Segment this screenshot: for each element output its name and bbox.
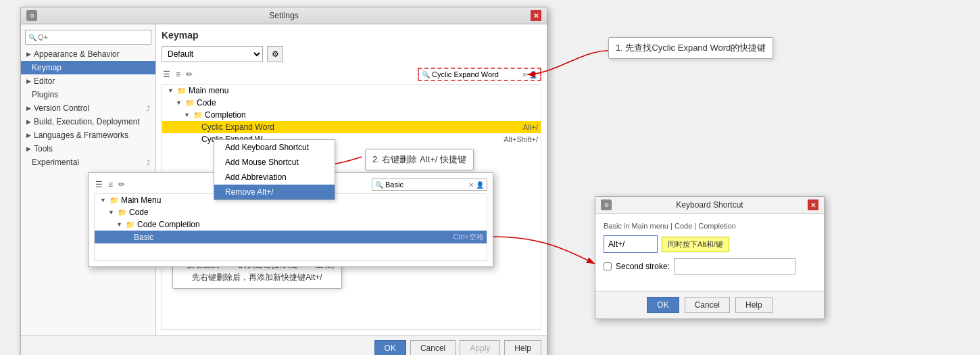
keymap-gear-button[interactable]: ⚙ — [267, 46, 283, 62]
keyboard-ok-button[interactable]: OK — [647, 297, 679, 313]
panel2-folder-main-menu: 📁 — [109, 196, 119, 205]
sidebar-search-icon: 🔍 — [28, 34, 36, 41]
tree-label-main-menu: Main menu — [189, 86, 538, 95]
panel2-clear-icon[interactable]: ✕ — [468, 181, 474, 189]
callout-2: 2. 右键删除 Alt+/ 快捷键 — [365, 149, 474, 170]
tree-label-cyclic-expand: Cyclic Expand Word — [201, 122, 523, 132]
arrow-right-icon-tools: ▶ — [26, 145, 31, 152]
second-stroke-input[interactable] — [674, 258, 795, 275]
sidebar-item-build[interactable]: ▶ Build, Execution, Deployment — [21, 115, 155, 128]
sidebar-item-version-control[interactable]: ▶ Version Control ⤴ — [21, 101, 155, 115]
panel2-tree: ▼ 📁 Main Menu ▼ 📁 Code ▼ 📁 Code Completi… — [94, 193, 487, 261]
yellow-note: 同时按下Alt和/键 — [662, 237, 729, 252]
shortcut-input-field[interactable] — [604, 235, 658, 253]
arrow-right-icon-vc: ▶ — [26, 105, 31, 112]
second-stroke-row: Second stroke: — [604, 258, 816, 275]
shortcut-input-row: 同时按下Alt和/键 — [604, 235, 816, 253]
context-menu: Add Keyboard Shortcut Add Mouse Shortcut… — [214, 139, 335, 200]
sidebar-item-keymap[interactable]: Keymap — [21, 61, 155, 74]
panel2-arrow-basic — [124, 234, 132, 241]
keymap-toolbar: ☰ ≡ ✏ 🔍 ✕ 👤 — [162, 68, 541, 81]
sidebar-item-experimental[interactable]: Experimental ⤴ — [21, 156, 155, 169]
context-add-keyboard[interactable]: Add Keyboard Shortcut — [214, 140, 335, 155]
keymap-header: Default ⚙ — [162, 46, 541, 62]
panel2-expand-button[interactable]: ☰ — [94, 179, 104, 191]
keymap-search-icon: 🔍 — [422, 71, 430, 78]
expand-all-button[interactable]: ☰ — [162, 68, 172, 80]
keyboard-bottom-bar: OK Cancel Help — [595, 291, 824, 318]
second-stroke-label: Second stroke: — [616, 262, 670, 271]
tree-item-code[interactable]: ▼ 📁 Code — [162, 97, 541, 109]
tree-arrow-completion: ▼ — [184, 112, 192, 118]
sidebar-item-plugins[interactable]: Plugins — [21, 88, 155, 101]
external-icon-vc: ⤴ — [147, 105, 150, 112]
panel2-search-area: 🔍 ✕ 👤 — [372, 179, 487, 191]
panel2-label-completion: Code Completion — [137, 220, 484, 229]
context-add-abbreviation[interactable]: Add Abbreviation — [214, 170, 335, 185]
tree-item-cyclic-expand[interactable]: Cyclic Expand Word Alt+/ — [162, 121, 541, 133]
folder-icon-main-menu: 📁 — [177, 87, 187, 95]
panel2-tree-item-completion[interactable]: ▼ 📁 Code Completion — [95, 218, 487, 231]
settings-bottom-bar: OK Cancel Apply Help — [21, 335, 547, 355]
shortcut-cyclic-expand: Alt+/ — [523, 123, 538, 131]
arrow-right-icon-editor: ▶ — [26, 78, 31, 85]
arrow-right-icon-lang: ▶ — [26, 132, 31, 139]
cancel-button[interactable]: Cancel — [410, 340, 456, 355]
sidebar-search-input[interactable] — [38, 33, 148, 41]
folder-icon-completion: 📁 — [193, 111, 203, 120]
sidebar-item-appearance[interactable]: ▶ Appearance & Behavior — [21, 47, 155, 61]
help-button[interactable]: Help — [504, 340, 541, 355]
external-icon-exp: ⤴ — [147, 159, 150, 166]
context-add-mouse[interactable]: Add Mouse Shortcut — [214, 155, 335, 170]
folder-icon-code: 📁 — [185, 99, 195, 108]
panel2-folder-code: 📁 — [118, 208, 127, 217]
keymap-select[interactable]: Default — [162, 46, 263, 62]
panel2-search-box[interactable]: 🔍 ✕ 👤 — [372, 179, 487, 191]
panel2-arrow-code: ▼ — [108, 209, 116, 216]
tree-label-completion: Completion — [205, 110, 538, 120]
keyboard-cancel-button[interactable]: Cancel — [685, 297, 730, 313]
sidebar-item-languages[interactable]: ▶ Languages & Frameworks — [21, 128, 155, 142]
panel2-search-icon: 🔍 — [375, 181, 383, 189]
panel2-search-input[interactable] — [385, 181, 466, 189]
search-options-icon[interactable]: 👤 — [529, 71, 537, 78]
panel2-arrow-main-menu: ▼ — [100, 197, 108, 204]
keymap-search-input[interactable] — [432, 70, 520, 78]
apply-button[interactable]: Apply — [460, 340, 500, 355]
tree-arrow-main-menu: ▼ — [168, 87, 176, 94]
clear-search-icon[interactable]: ✕ — [522, 71, 527, 78]
keyboard-shortcut-dialog: ⚙ Keyboard Shortcut ✕ Basic in Main menu… — [595, 196, 825, 319]
sidebar-search-box[interactable]: 🔍 — [25, 30, 151, 45]
shortcut-cyclic-expand2: Alt+Shift+/ — [504, 135, 538, 143]
tree-item-main-menu[interactable]: ▼ 📁 Main menu — [162, 85, 541, 97]
tree-label-code: Code — [197, 98, 538, 108]
panel2-tree-item-basic[interactable]: Basic Ctrl+空格 — [95, 231, 487, 243]
panel2-tree-item-code[interactable]: ▼ 📁 Code — [95, 206, 487, 218]
keyboard-dialog-close[interactable]: ✕ — [808, 199, 818, 210]
callout-1: 1. 先查找Cyclic Expand Word的快捷键 — [608, 37, 773, 59]
keyboard-help-button[interactable]: Help — [735, 297, 773, 313]
panel2-collapse-button[interactable]: ≡ — [107, 179, 114, 191]
keyboard-dialog-icon: ⚙ — [601, 199, 612, 210]
panel2-shortcut-basic: Ctrl+空格 — [453, 232, 484, 242]
keymap-section-title: Keymap — [162, 30, 541, 41]
context-remove-alt[interactable]: Remove Alt+/ — [214, 185, 335, 199]
tree-item-completion[interactable]: ▼ 📁 Completion — [162, 109, 541, 121]
settings-close-button[interactable]: ✕ — [531, 10, 541, 21]
settings-titlebar: ⚙ Settings ✕ — [21, 7, 547, 24]
edit-button[interactable]: ✏ — [185, 68, 194, 80]
second-stroke-checkbox[interactable] — [604, 262, 612, 270]
tree-arrow-code: ▼ — [176, 99, 184, 106]
sidebar-item-tools[interactable]: ▶ Tools — [21, 142, 155, 156]
search-area: 🔍 ✕ 👤 — [418, 68, 541, 81]
settings-title: Settings — [37, 11, 531, 20]
panel2-options-icon: 👤 — [476, 181, 484, 189]
panel2-label-code: Code — [129, 208, 484, 217]
keyboard-dialog-content: Basic in Main menu | Code | Completion 同… — [595, 214, 824, 291]
keymap-search-box[interactable]: 🔍 ✕ 👤 — [418, 68, 541, 81]
ok-button[interactable]: OK — [374, 340, 406, 355]
collapse-all-button[interactable]: ≡ — [174, 68, 182, 80]
sidebar-item-editor[interactable]: ▶ Editor — [21, 74, 155, 88]
panel2-folder-completion: 📁 — [126, 220, 135, 229]
panel2-edit-button[interactable]: ✏ — [117, 179, 126, 191]
